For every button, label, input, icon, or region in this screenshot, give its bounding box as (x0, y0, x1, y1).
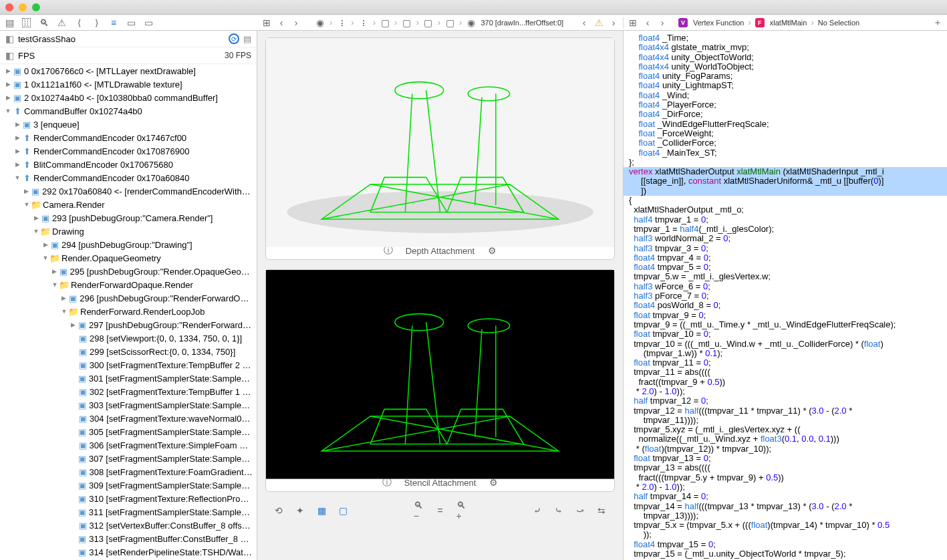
tree-row[interactable]: ▣314 [setRenderPipelineState:TSHD/Water.… (0, 545, 257, 559)
swap-icon[interactable]: ⇆ (596, 505, 607, 516)
tree-row[interactable]: ▣299 [setScissorRect:{0, 0, 1334, 750}] (0, 345, 257, 358)
mesh-icon[interactable]: ✦ (295, 505, 305, 516)
tree-row[interactable]: ▣308 [setFragmentTexture:FoamGradient2..… (0, 465, 257, 478)
code-line[interactable]: * 2.0) - 1.0)); (624, 482, 947, 492)
nav-back-icon[interactable]: ‹ (276, 17, 287, 28)
disclosure-icon[interactable]: ▶ (32, 215, 40, 221)
disclosure-icon[interactable]: ▶ (13, 161, 21, 168)
code-line[interactable]: tmpvar_15 = (_mtl_u.unity_ObjectToWorld … (624, 549, 947, 559)
zoom-in-icon[interactable]: 🔍︎+ (456, 505, 467, 516)
list-icon[interactable]: ≡ (108, 17, 119, 28)
tree-row[interactable]: ▼📁Camera.Render (0, 198, 257, 211)
code-line[interactable]: half4 tmpvar_1 = 0; (624, 215, 947, 225)
code-line[interactable]: tmpvar_14 = half(((tmpvar_13 * tmpvar_13… (624, 502, 947, 511)
breadcrumb-function[interactable]: xlatMtlMain (770, 19, 807, 27)
globe-icon[interactable]: ◉ (315, 17, 325, 28)
code-line[interactable]: tmpvar_10 = (((_mtl_u._Wind.w + _mtl_u._… (624, 339, 947, 349)
code-line[interactable]: vertex xlatMtlShaderOutput xlatMtlMain (… (624, 167, 947, 176)
folder-icon[interactable]: ▤ (4, 17, 15, 28)
tree-row[interactable]: ▶⬆BlitCommandEncoder 0x170675680 (0, 158, 257, 171)
code-line[interactable]: tmpvar_5.xyz = (_mtl_i._glesVertex.xyz +… (624, 425, 947, 434)
bounds-icon[interactable]: ▢ (337, 505, 348, 516)
zoom-window-button[interactable] (32, 3, 40, 11)
disclosure-icon[interactable]: ▶ (4, 81, 12, 88)
code-line[interactable]: * (float)(tmpvar_12)) * tmpvar_10)); (624, 444, 947, 454)
grid2-icon[interactable]: ⊞ (628, 17, 638, 28)
code-line[interactable]: tmpvar_9 = ((_mtl_u._Time.y * _mtl_u._Wi… (624, 320, 947, 329)
disclosure-icon[interactable]: ▼ (51, 281, 59, 288)
disclosure-icon[interactable]: ▼ (60, 308, 68, 315)
code-line[interactable]: half3 pForce_7 = 0; (624, 291, 947, 301)
code-line[interactable]: float _ForceWeight; (624, 129, 947, 138)
tree-row[interactable]: ▶▣297 [pushDebugGroup:"RenderForward.R..… (0, 318, 257, 331)
tree-row[interactable]: ▶▣1 0x1121a1f60 <- [MTLDrawable texture] (0, 78, 257, 91)
code-line[interactable]: float tmpvar_13 = 0; (624, 454, 947, 463)
add-icon[interactable]: ＋ (932, 17, 943, 28)
code-line[interactable]: float4x4 unity_ObjectToWorld; (624, 53, 947, 62)
disclosure-icon[interactable]: ▶ (51, 268, 58, 275)
tree-row[interactable]: ▼📁RenderForward.RenderLoopJob (0, 305, 257, 318)
breadcrumb-drawcall[interactable]: 370 [drawIn...fferOffset:0] (481, 19, 563, 27)
disclosure-icon[interactable]: ▶ (4, 67, 12, 74)
code-line[interactable]: float _WindEdgeFlutterFreqScale; (624, 120, 947, 129)
warning-icon[interactable]: ⚠︎ (56, 17, 67, 28)
code-line[interactable]: normalize((_mtl_u._Wind.xyz + float3(0.1… (624, 434, 947, 444)
code-line[interactable]: ]) (624, 186, 947, 196)
prev-issue-icon[interactable]: ‹ (579, 17, 589, 28)
code-line[interactable]: fract(((tmpvar_5.y + tmpvar_9) + 0.5)) (624, 473, 947, 482)
tree-row[interactable]: ▶⬆RenderCommandEncoder 0x170876900 (0, 144, 257, 158)
tree-row[interactable]: ▣313 [setFragmentBuffer:ConstBuffer_8 of… (0, 532, 257, 545)
code-line[interactable]: [[stage_in]], constant xlatMtlShaderUnif… (624, 176, 947, 186)
debug-tree[interactable]: ▶▣0 0x1706766c0 <- [MTLLayer nextDrawabl… (0, 64, 257, 560)
disclosure-icon[interactable]: ▶ (70, 321, 78, 328)
tree-row[interactable]: ▶▣293 [pushDebugGroup:"Camera.Render"] (0, 211, 257, 225)
back-icon[interactable]: ⟨ (74, 17, 84, 28)
tree-row[interactable]: ▼📁Render.OpaqueGeometry (0, 251, 257, 265)
code-editor[interactable]: float4 _Time; float4x4 glstate_matrix_mv… (623, 31, 947, 560)
stencil-canvas[interactable] (266, 270, 614, 474)
breadcrumb-noselection[interactable]: No Selection (818, 19, 859, 27)
code-line[interactable]: float4 _PlayerForce; (624, 100, 947, 110)
tree-row[interactable]: ▣302 [setFragmentTexture:TempBuffer 1 6.… (0, 385, 257, 398)
code-line[interactable]: half3 worldNormal_2 = 0; (624, 234, 947, 243)
minimize-window-button[interactable] (19, 3, 27, 11)
tree-row[interactable]: ▣304 [setFragmentTexture:waveNormal01... (0, 412, 257, 425)
forward-icon[interactable]: ⟩ (91, 17, 102, 28)
close-window-button[interactable] (5, 3, 13, 11)
hierarchy-icon[interactable]: ⿲ (21, 17, 32, 28)
code-line[interactable]: float4 tmpvar_5 = 0; (624, 263, 947, 272)
code-line[interactable]: float4 _DirForce; (624, 110, 947, 119)
code-line[interactable]: float4 unity_FogParams; (624, 72, 947, 81)
code-line[interactable]: half3 tmpvar_3 = 0; (624, 244, 947, 253)
tree-row[interactable]: ▶▣292 0x170a60840 <- [renderCommandEncod… (0, 184, 257, 198)
step-back-icon[interactable]: ⤶ (532, 505, 543, 516)
wireframe-mode-icon[interactable]: ▦ (316, 505, 327, 516)
tree-row[interactable]: ▣312 [setVertexBuffer:ConstBuffer_8 offs… (0, 519, 257, 532)
code-line[interactable]: tmpvar_5.w = _mtl_i._glesVertex.w; (624, 272, 947, 281)
code-line[interactable]: float4 unity_LightmapST; (624, 81, 947, 90)
comment-icon[interactable]: ▭ (143, 17, 154, 28)
tree-row[interactable]: ▼📁RenderForwardOpaque.Render (0, 278, 257, 291)
search-icon[interactable]: 🔍︎ (39, 17, 49, 28)
tree-row[interactable]: ▶▣2 0x10274a4b0 <- [0x10380bba0 commandB… (0, 91, 257, 104)
code-line[interactable]: float4x4 glstate_matrix_mvp; (624, 43, 947, 52)
tree-row[interactable]: ▣311 [setFragmentSamplerState:Sampler_fl… (0, 505, 257, 519)
code-line[interactable]: fract((tmpvar_9 + 0.5)) (624, 378, 947, 387)
disclosure-icon[interactable]: ▶ (13, 134, 21, 141)
tree-row[interactable]: ▣307 [setFragmentSamplerState:Sampler_f.… (0, 452, 257, 465)
tree-row[interactable]: ▣301 [setFragmentSamplerState:Sampler_fl… (0, 372, 257, 385)
disclosure-icon[interactable]: ▼ (41, 255, 49, 261)
code-line[interactable]: tmpvar_11 = abs(((( (624, 368, 947, 377)
code-line[interactable]: tmpvar_1 = half4(_mtl_i._glesColor); (624, 225, 947, 234)
step-over-icon[interactable]: ⤻ (575, 505, 585, 516)
code-line[interactable]: tmpvar_13)))); (624, 511, 947, 521)
code-line[interactable]: (tmpvar_1.w)) * 0.1); (624, 349, 947, 358)
disclosure-icon[interactable]: ▼ (4, 108, 12, 114)
tree-row[interactable]: ▣305 [setFragmentSamplerState:Sampler_f.… (0, 425, 257, 438)
nav-back2-icon[interactable]: ‹ (642, 17, 653, 28)
code-line[interactable]: { (624, 196, 947, 205)
code-line[interactable]: tmpvar_5.x = (tmpvar_5.x + (((float)(tmp… (624, 521, 947, 530)
tree-row[interactable]: ▼⬆CommandBuffer 0x10274a4b0 (0, 104, 257, 118)
code-line[interactable]: float tmpvar_9 = 0; (624, 311, 947, 320)
code-line[interactable]: tmpvar_12 = half(((tmpvar_11 * tmpvar_11… (624, 406, 947, 416)
